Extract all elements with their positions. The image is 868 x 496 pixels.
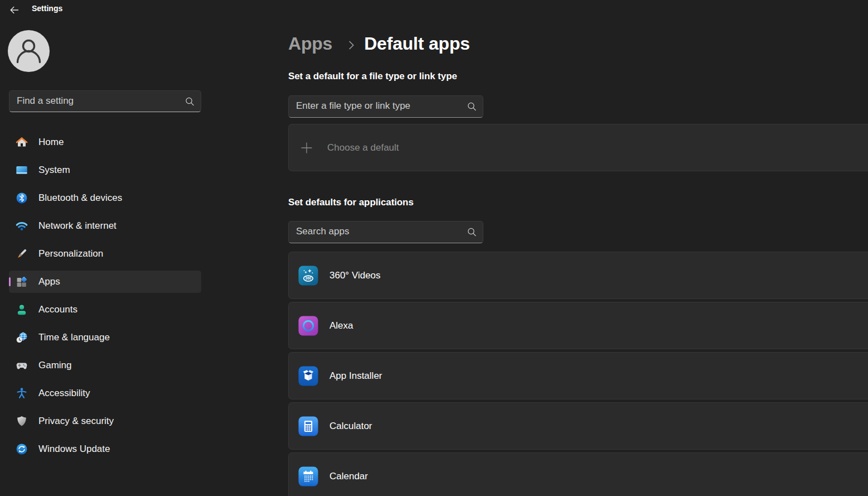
choose-default-card[interactable]: Choose a default xyxy=(288,124,868,171)
bluetooth-icon xyxy=(16,192,28,204)
app-name: Calendar xyxy=(329,471,368,482)
sidebar-item-system[interactable]: System xyxy=(9,159,201,181)
file-type-input[interactable] xyxy=(289,96,483,117)
privacy-security-icon xyxy=(16,415,28,427)
network-icon xyxy=(16,220,28,232)
person-icon xyxy=(8,30,50,72)
sidebar-item-label: System xyxy=(38,165,70,176)
sidebar-item-label: Gaming xyxy=(38,360,72,371)
sidebar-item-accounts[interactable]: Accounts xyxy=(9,298,201,321)
sidebar-item-accessibility[interactable]: Accessibility xyxy=(9,382,201,404)
breadcrumb: Apps Default apps xyxy=(288,33,470,54)
search-apps-searchbox xyxy=(288,221,483,243)
home-icon xyxy=(16,136,28,148)
sidebar-item-network-internet[interactable]: Network & internet xyxy=(9,215,201,237)
app-row-calendar[interactable]: Calendar xyxy=(288,452,868,496)
plus-icon xyxy=(300,142,313,154)
app-list: 360360° VideosAlexaApp InstallerCalculat… xyxy=(288,252,868,496)
app-name: Alexa xyxy=(329,320,353,331)
sidebar-item-label: Home xyxy=(38,137,64,148)
sidebar-item-time-language[interactable]: Time & language xyxy=(9,326,201,349)
accessibility-icon xyxy=(16,387,28,399)
find-setting-searchbox xyxy=(9,90,201,112)
search-apps-input[interactable] xyxy=(289,221,483,243)
system-icon xyxy=(16,164,28,176)
breadcrumb-parent[interactable]: Apps xyxy=(288,33,332,54)
app-row-360-videos[interactable]: 360360° Videos xyxy=(288,252,868,299)
search-icon xyxy=(185,97,195,106)
search-icon xyxy=(467,102,477,112)
window-title: Settings xyxy=(32,4,62,13)
app-row-app-installer[interactable]: App Installer xyxy=(288,352,868,399)
sidebar-item-label: Network & internet xyxy=(38,220,117,232)
sidebar-item-label: Time & language xyxy=(38,332,110,343)
calendar-icon xyxy=(298,466,318,487)
sidebar-item-bluetooth-devices[interactable]: Bluetooth & devices xyxy=(9,187,201,209)
app-row-alexa[interactable]: Alexa xyxy=(288,302,868,349)
search-icon xyxy=(467,228,477,237)
sidebar-item-label: Accessibility xyxy=(38,388,90,399)
choose-default-label: Choose a default xyxy=(327,142,399,153)
file-type-searchbox xyxy=(288,95,483,118)
sidebar-item-label: Windows Update xyxy=(38,444,110,455)
app-name: Calculator xyxy=(329,421,372,432)
personalization-icon xyxy=(16,248,28,260)
sidebar-nav: HomeSystemBluetooth & devicesNetwork & i… xyxy=(9,131,201,466)
app-row-calculator[interactable]: Calculator xyxy=(288,402,868,450)
app-installer-icon xyxy=(298,366,318,386)
sidebar-item-label: Apps xyxy=(38,276,60,287)
page-title: Default apps xyxy=(364,33,470,54)
user-avatar[interactable] xyxy=(8,30,50,72)
sidebar-item-apps[interactable]: Apps xyxy=(9,271,201,293)
sidebar-item-windows-update[interactable]: Windows Update xyxy=(9,438,201,460)
app-name: 360° Videos xyxy=(329,270,381,281)
file-type-section-heading: Set a default for a file type or link ty… xyxy=(288,71,457,82)
calculator-icon xyxy=(298,416,318,436)
windows-update-icon xyxy=(16,443,28,455)
chevron-right-icon xyxy=(348,40,355,50)
sidebar-item-label: Personalization xyxy=(38,248,103,259)
app-name: App Installer xyxy=(329,370,382,382)
sidebar-item-label: Privacy & security xyxy=(38,416,114,427)
selected-indicator xyxy=(9,277,11,286)
svg-text:360: 360 xyxy=(305,276,311,280)
time-language-icon xyxy=(16,331,28,344)
sidebar-item-gaming[interactable]: Gaming xyxy=(9,354,201,377)
apps-icon xyxy=(16,276,28,288)
alexa-icon xyxy=(298,316,318,336)
accounts-icon xyxy=(16,304,28,316)
apps-section-heading: Set defaults for applications xyxy=(288,197,414,208)
sidebar-item-personalization[interactable]: Personalization xyxy=(9,243,201,265)
sidebar-item-privacy-security[interactable]: Privacy & security xyxy=(9,410,201,432)
back-button[interactable] xyxy=(7,3,21,17)
find-setting-input[interactable] xyxy=(9,91,201,112)
sidebar-item-home[interactable]: Home xyxy=(9,131,201,153)
back-arrow-icon xyxy=(9,6,19,15)
sidebar-item-label: Accounts xyxy=(38,304,77,315)
sidebar-item-label: Bluetooth & devices xyxy=(38,192,122,204)
gaming-icon xyxy=(16,359,28,372)
360-videos-icon: 360 xyxy=(298,266,318,286)
